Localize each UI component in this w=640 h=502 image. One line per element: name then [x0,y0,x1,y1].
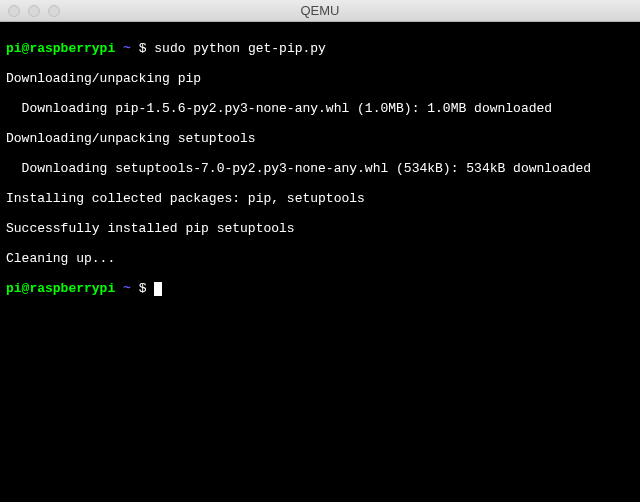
prompt-user-host: pi@raspberrypi [6,281,115,296]
window-title: QEMU [0,3,640,18]
output-line: Successfully installed pip setuptools [6,221,634,236]
prompt-symbol: $ [139,281,147,296]
terminal-area[interactable]: pi@raspberrypi ~ $ sudo python get-pip.p… [0,22,640,502]
output-line: Downloading pip-1.5.6-py2.py3-none-any.w… [6,101,634,116]
output-line: Downloading setuptools-7.0-py2.py3-none-… [6,161,634,176]
output-line: Downloading/unpacking pip [6,71,634,86]
output-line: Cleaning up... [6,251,634,266]
output-line: Downloading/unpacking setuptools [6,131,634,146]
prompt-symbol: $ [139,41,147,56]
window-titlebar: QEMU [0,0,640,22]
terminal-cursor [154,282,162,296]
terminal-line: pi@raspberrypi ~ $ [6,281,634,296]
prompt-path: ~ [123,281,131,296]
command-text: sudo python get-pip.py [154,41,326,56]
close-button[interactable] [8,5,20,17]
prompt-path: ~ [123,41,131,56]
traffic-lights [0,5,60,17]
prompt-user-host: pi@raspberrypi [6,41,115,56]
minimize-button[interactable] [28,5,40,17]
terminal-line: pi@raspberrypi ~ $ sudo python get-pip.p… [6,41,634,56]
zoom-button[interactable] [48,5,60,17]
output-line: Installing collected packages: pip, setu… [6,191,634,206]
